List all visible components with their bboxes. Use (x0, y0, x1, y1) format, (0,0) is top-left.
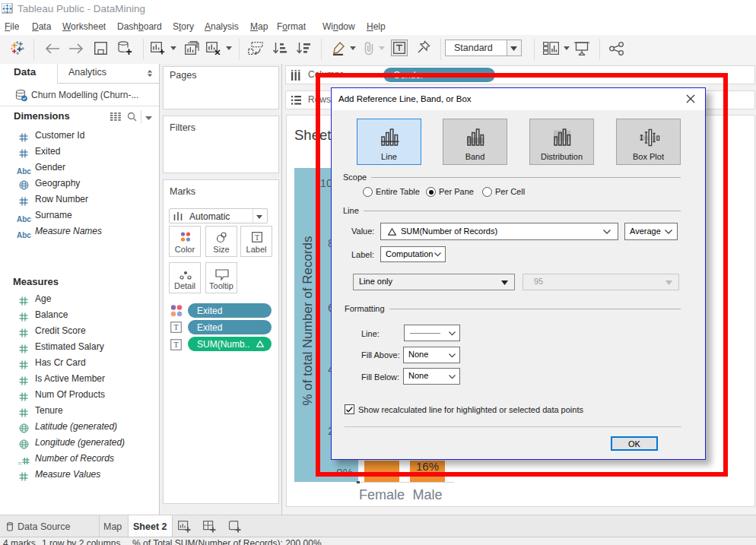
svg-text:T: T (173, 341, 178, 349)
svg-text:T: T (173, 323, 178, 331)
svg-text:T: T (255, 233, 259, 242)
